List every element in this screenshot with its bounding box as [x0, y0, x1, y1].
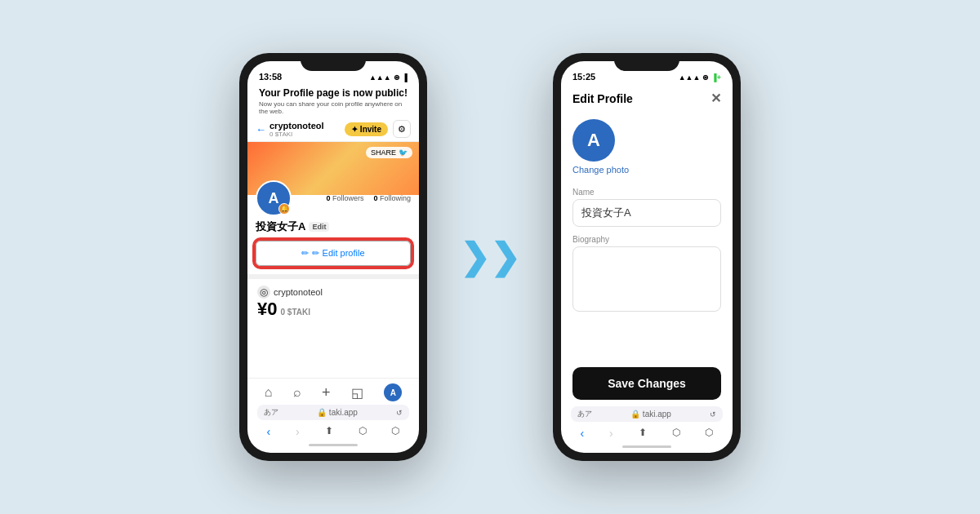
- public-subtitle: Now you can share your coin profile anyw…: [259, 100, 408, 115]
- name-label: Name: [572, 188, 721, 197]
- home-bar-1: [309, 444, 358, 446]
- wallet-icon[interactable]: ◱: [351, 385, 363, 401]
- search-icon[interactable]: ⌕: [293, 385, 301, 400]
- follow-stats: 0 Followers 0 Following: [326, 194, 411, 202]
- phone-2: 15:25 ▲▲▲ ⊛ ▐+ Edit Profile ✕ A Change p…: [553, 53, 741, 461]
- coin-icon: ◎: [257, 286, 270, 299]
- time-1: 13:58: [259, 72, 282, 82]
- wallet-name: ◎ cryptonoteol: [257, 286, 409, 299]
- share-label: SHARE: [371, 148, 396, 157]
- profile-nav: ← cryptonoteol 0 $TAKI ✦ Invite ⚙: [247, 117, 419, 142]
- name-input[interactable]: 投資女子A: [572, 199, 721, 227]
- back-arrow[interactable]: ←: [256, 123, 266, 135]
- lang-selector-2: あア: [577, 409, 592, 419]
- wifi-icon-2: ⊛: [702, 73, 709, 82]
- share-browser-1[interactable]: ⬆: [325, 425, 333, 438]
- screen-1: 13:58 ▲▲▲ ⊛ ▐ Your Profile page is now p…: [247, 61, 419, 453]
- profile-row: A 🔔 0 Followers 0 Following: [247, 180, 419, 216]
- tabs-1[interactable]: ⬡: [391, 425, 399, 438]
- following-stat: 0 Following: [373, 194, 411, 202]
- edit-label: ✏ Edit profile: [312, 248, 364, 259]
- browser-controls-2: ‹ › ⬆ ⬡ ⬡: [561, 423, 733, 440]
- reload-icon-2[interactable]: ↺: [710, 410, 716, 419]
- bio-input[interactable]: [572, 246, 721, 312]
- nav-icons: ⌂ ⌕ + ◱ A: [247, 383, 419, 401]
- notch-2: [614, 53, 679, 71]
- edit-form: Name 投資女子A Biography: [561, 181, 733, 357]
- followers-stat: 0 Followers: [326, 194, 363, 202]
- domain-2: 🔒 taki.app: [630, 410, 671, 419]
- domain-1: 🔒 taki.app: [317, 408, 358, 417]
- battery-icon: ▐: [403, 73, 408, 82]
- address-bar-1[interactable]: あア 🔒 taki.app ↺: [257, 405, 409, 420]
- yen-display: ¥0: [257, 299, 277, 320]
- forward-arrow: ❯❯: [460, 239, 520, 275]
- settings-icon[interactable]: ⚙: [393, 120, 411, 138]
- browser-bar-1: あア 🔒 taki.app ↺: [252, 405, 414, 420]
- add-icon[interactable]: +: [322, 384, 331, 401]
- forward-browser-1[interactable]: ›: [296, 425, 300, 438]
- username-label: cryptonoteol: [270, 121, 324, 131]
- edit-icon: ✏: [301, 248, 309, 259]
- home-bar-2: [622, 445, 671, 448]
- wallet-section: ◎ cryptonoteol ¥0 0 $TAKI: [247, 279, 419, 326]
- public-header: Your Profile page is now public! Now you…: [247, 84, 419, 117]
- screen-2: 15:25 ▲▲▲ ⊛ ▐+ Edit Profile ✕ A Change p…: [561, 61, 733, 453]
- notch-1: [301, 53, 366, 71]
- address-bar-2[interactable]: あア 🔒 taki.app ↺: [571, 406, 723, 422]
- edit-profile-button[interactable]: ✏ ✏ Edit profile: [256, 241, 411, 266]
- close-button[interactable]: ✕: [710, 91, 721, 106]
- back-browser-2[interactable]: ‹: [580, 427, 584, 440]
- back-browser-1[interactable]: ‹: [266, 425, 270, 438]
- bookmarks-2[interactable]: ⬡: [672, 427, 680, 440]
- avatar-nav-icon[interactable]: A: [384, 383, 402, 401]
- invite-button[interactable]: ✦ Invite: [345, 122, 388, 136]
- bio-label: Biography: [572, 235, 721, 244]
- share-button[interactable]: SHARE 🐦: [366, 147, 412, 158]
- wifi-icon: ⊛: [394, 73, 400, 82]
- reload-icon-1[interactable]: ↺: [396, 409, 403, 417]
- twitter-icon: 🐦: [399, 148, 408, 157]
- save-changes-button[interactable]: Save Changes: [572, 367, 721, 400]
- notification-badge: 🔔: [278, 203, 290, 215]
- share-browser-2[interactable]: ⬆: [639, 427, 647, 440]
- home-indicator-2: [561, 440, 733, 453]
- battery-icon-2: ▐+: [711, 73, 721, 82]
- edit-profile-header: Edit Profile ✕: [561, 84, 733, 111]
- bookmarks-1[interactable]: ⬡: [359, 425, 367, 438]
- bottom-nav-1: ⌂ ⌕ + ◱ A あア 🔒 taki.app ↺ ‹ › ⬆: [247, 378, 419, 453]
- scene: 13:58 ▲▲▲ ⊛ ▐ Your Profile page is now p…: [0, 0, 980, 514]
- taki-amount: 0 $TAKI: [270, 131, 324, 138]
- signal-icon: ▲▲▲: [369, 73, 391, 82]
- wallet-amount: ¥0 0 $TAKI: [257, 299, 409, 320]
- browser-controls-1: ‹ › ⬆ ⬡ ⬡: [247, 422, 419, 438]
- username-block: cryptonoteol 0 $TAKI: [270, 121, 324, 138]
- avatar-1: A 🔔: [256, 180, 292, 216]
- edit-avatar: A: [572, 119, 615, 162]
- edit-profile-title: Edit Profile: [572, 92, 633, 105]
- forward-browser-2[interactable]: ›: [609, 427, 613, 440]
- phone-1: 13:58 ▲▲▲ ⊛ ▐ Your Profile page is now p…: [239, 53, 427, 461]
- signal-icon-2: ▲▲▲: [679, 73, 701, 82]
- lang-selector: あア: [264, 407, 278, 418]
- profile-username: 投資女子A Edit: [247, 216, 419, 236]
- browser-bar-2: あア 🔒 taki.app ↺: [566, 406, 728, 422]
- arrow-container: ❯❯: [460, 239, 520, 275]
- bottom-nav-2: あア 🔒 taki.app ↺ ‹ › ⬆ ⬡ ⬡: [561, 406, 733, 453]
- status-icons-2: ▲▲▲ ⊛ ▐+: [679, 73, 721, 82]
- change-photo-link[interactable]: Change photo: [572, 165, 629, 175]
- avatar-section: A Change photo: [561, 111, 733, 181]
- public-title: Your Profile page is now public!: [259, 87, 408, 99]
- home-icon[interactable]: ⌂: [265, 385, 273, 400]
- time-2: 15:25: [572, 72, 595, 82]
- tabs-2[interactable]: ⬡: [705, 427, 713, 440]
- home-indicator-1: [247, 438, 419, 451]
- taki-display: 0 $TAKI: [280, 308, 310, 317]
- edit-tag: Edit: [309, 222, 329, 232]
- nav-actions: ✦ Invite ⚙: [345, 120, 411, 138]
- edit-profile-container: ✏ ✏ Edit profile: [254, 239, 412, 268]
- status-icons-1: ▲▲▲ ⊛ ▐: [369, 73, 408, 82]
